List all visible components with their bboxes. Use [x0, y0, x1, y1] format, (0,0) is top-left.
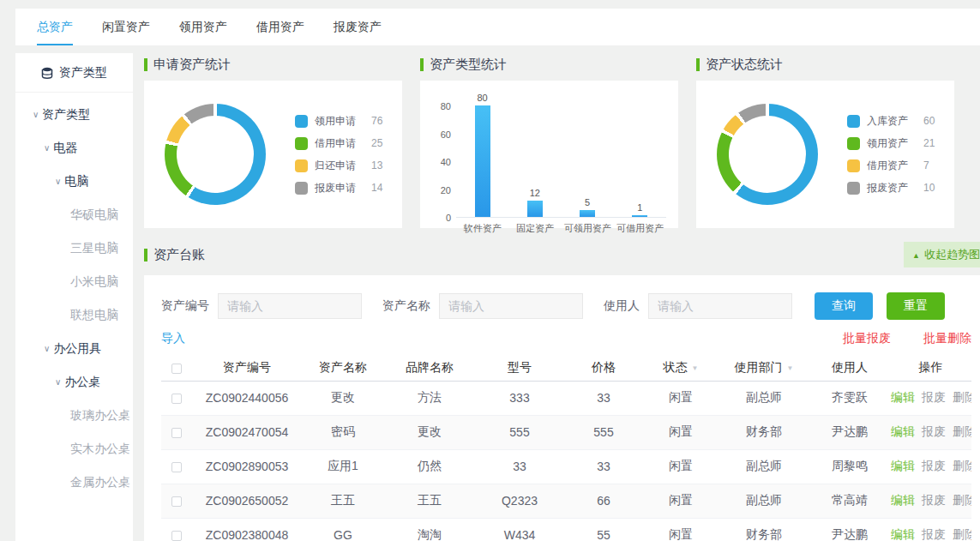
legend-item[interactable]: 归还申请13	[295, 154, 382, 177]
delete-link[interactable]: 删除	[953, 527, 971, 541]
tree-item-5[interactable]: 小米电脑	[15, 265, 133, 298]
legend-item[interactable]: 报废资产10	[847, 177, 935, 199]
legend-item[interactable]: 入库资产60	[847, 110, 935, 132]
delete-link[interactable]: 删除	[953, 459, 971, 472]
import-link[interactable]: 导入	[161, 331, 185, 346]
cell-model: 333	[475, 381, 564, 415]
edit-link[interactable]: 编辑	[891, 527, 915, 541]
y-tick-label: 20	[441, 185, 451, 195]
filter-group-1: 资产名称	[382, 293, 583, 319]
tree-item-11[interactable]: 金属办公桌	[15, 466, 133, 499]
cell-brand: 更改	[384, 415, 475, 449]
search-button[interactable]: 查询	[815, 292, 873, 320]
cell-name: 应用1	[302, 449, 384, 484]
filter-icon[interactable]	[783, 360, 794, 374]
scrap-link[interactable]: 报废	[922, 527, 946, 541]
batch-scrap-link[interactable]: 批量报废	[843, 331, 891, 346]
reset-button[interactable]: 重置	[887, 292, 945, 320]
legend-item[interactable]: 借用资产7	[847, 154, 935, 177]
tree-item-7[interactable]: 办公用具	[15, 332, 133, 365]
cell-user: 周黎鸣	[809, 449, 890, 484]
column-header-2: 品牌名称	[384, 355, 475, 381]
tree-item-6[interactable]: 联想电脑	[15, 298, 133, 332]
tree-item-3[interactable]: 华硕电脑	[15, 198, 133, 231]
tree-item-4[interactable]: 三星电脑	[15, 231, 133, 265]
tree-item-10[interactable]: 实木办公桌	[15, 432, 133, 466]
tree-item-label: 资产类型	[42, 107, 90, 121]
row-checkbox[interactable]	[171, 531, 182, 541]
tab-0[interactable]: 总资产	[37, 9, 73, 45]
tree-item-label: 玻璃办公桌	[70, 408, 130, 422]
sidebar-header: 资产类型	[15, 53, 133, 93]
edit-link[interactable]: 编辑	[891, 424, 915, 438]
legend-item[interactable]: 领用资产21	[847, 132, 935, 154]
filter-input-2[interactable]	[648, 293, 792, 319]
tree-item-label: 办公桌	[64, 375, 100, 388]
bar: 12	[527, 201, 543, 218]
bar-value-label: 1	[637, 202, 642, 213]
bar-value-label: 12	[530, 188, 540, 198]
legend-item[interactable]: 领用申请76	[295, 110, 382, 132]
tree-item-label: 金属办公桌	[70, 475, 130, 489]
bar: 80	[475, 105, 490, 217]
tree-item-9[interactable]: 玻璃办公桌	[15, 399, 133, 432]
filter-input-1[interactable]	[439, 293, 583, 319]
scrap-link[interactable]: 报废	[922, 493, 946, 507]
cell-price: 33	[564, 381, 643, 415]
chart-title-text: 资产状态统计	[706, 57, 783, 73]
page-content: 资产类型 资产类型电器电脑华硕电脑三星电脑小米电脑联想电脑办公用具办公桌玻璃办公…	[15, 53, 954, 541]
scrap-link[interactable]: 报废	[922, 390, 946, 404]
column-header-label: 价格	[592, 360, 616, 374]
tab-4[interactable]: 报废资产	[334, 9, 382, 45]
cell-code: ZC0902470054	[192, 415, 302, 449]
row-checkbox[interactable]	[171, 462, 182, 472]
tab-1[interactable]: 闲置资产	[102, 9, 150, 45]
legend-item[interactable]: 借用申请25	[295, 132, 382, 154]
filter-input-0[interactable]	[218, 293, 362, 319]
select-all-checkbox[interactable]	[171, 364, 182, 374]
category-tree: 资产类型电器电脑华硕电脑三星电脑小米电脑联想电脑办公用具办公桌玻璃办公桌实木办公…	[15, 98, 133, 499]
legend-item[interactable]: 报废申请14	[295, 177, 382, 199]
row-checkbox[interactable]	[171, 496, 182, 507]
delete-link[interactable]: 删除	[953, 424, 971, 438]
edit-link[interactable]: 编辑	[891, 493, 915, 507]
row-checkbox[interactable]	[171, 428, 182, 438]
chart-title: 资产类型统计	[420, 53, 678, 75]
ledger-title: 资产台账	[144, 243, 205, 266]
bar-slot: 5	[562, 210, 614, 217]
row-checkbox-cell	[161, 381, 192, 415]
tree-item-2[interactable]: 电脑	[15, 165, 133, 198]
table-row: ZC0902470054密码更改555555闲置财务部尹达鹏编辑报废删除	[161, 415, 971, 449]
sidebar: 资产类型 资产类型电器电脑华硕电脑三星电脑小米电脑联想电脑办公用具办公桌玻璃办公…	[15, 53, 133, 541]
tree-item-label: 联想电脑	[70, 308, 118, 322]
edit-link[interactable]: 编辑	[891, 390, 915, 404]
tab-2[interactable]: 领用资产	[179, 9, 227, 45]
legend-swatch-icon	[847, 182, 860, 195]
tree-item-1[interactable]: 电器	[15, 131, 133, 165]
collapse-trend-button[interactable]: 收起趋势图	[904, 242, 980, 267]
delete-link[interactable]: 删除	[953, 390, 971, 404]
legend-value: 13	[371, 159, 382, 171]
bar-slot: 12	[508, 201, 561, 218]
row-checkbox-cell	[161, 518, 192, 541]
tree-item-0[interactable]: 资产类型	[15, 98, 133, 131]
cell-name: 密码	[302, 415, 384, 449]
chart-title: 申请资产统计	[144, 53, 402, 75]
filter-icon[interactable]	[688, 360, 699, 374]
cell-actions: 编辑报废删除	[890, 381, 971, 415]
cell-user: 常高靖	[809, 484, 890, 518]
scrap-link[interactable]: 报废	[922, 459, 946, 472]
asset-table: 资产编号资产名称品牌名称型号价格状态使用部门使用人操作 ZC0902440056…	[161, 355, 971, 541]
cell-price: 55	[564, 518, 643, 541]
row-checkbox[interactable]	[171, 394, 182, 404]
legend-swatch-icon	[847, 159, 860, 172]
tree-item-label: 办公用具	[53, 341, 101, 355]
batch-delete-link[interactable]: 批量删除	[923, 331, 971, 346]
tab-3[interactable]: 借用资产	[256, 9, 304, 45]
section-marker	[144, 58, 147, 71]
edit-link[interactable]: 编辑	[891, 459, 915, 472]
scrap-link[interactable]: 报废	[922, 424, 946, 438]
delete-link[interactable]: 删除	[953, 493, 971, 507]
y-tick-label: 40	[441, 157, 451, 167]
tree-item-8[interactable]: 办公桌	[15, 365, 133, 399]
